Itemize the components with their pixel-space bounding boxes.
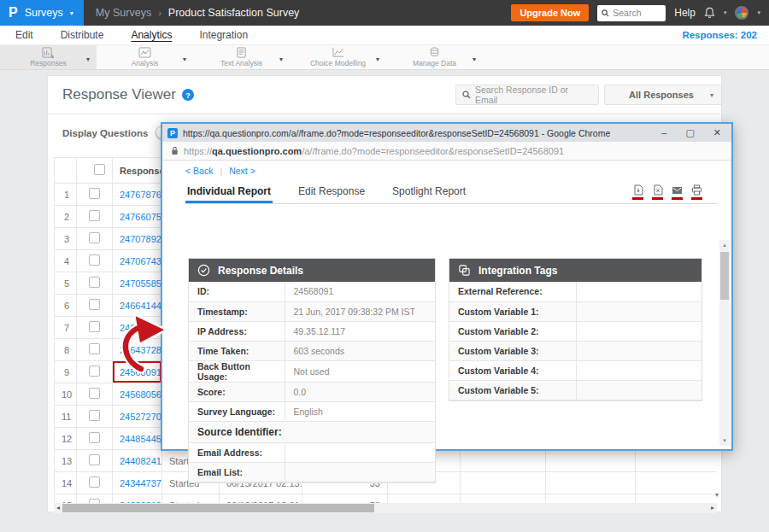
response-id-link[interactable]: 24408241 (120, 456, 161, 466)
tab-edit-response[interactable]: Edit Response (296, 181, 367, 203)
toolbar-group-analysis[interactable]: Analysis ▾ (97, 45, 193, 69)
pdf-export-icon[interactable] (632, 184, 643, 200)
response-detail-row: Email List: (189, 462, 435, 482)
tab-individual-report[interactable]: Individual Report (185, 181, 273, 203)
popup-scrollbar-thumb[interactable] (720, 252, 729, 300)
response-id-column-header[interactable]: Response ID▲ (113, 158, 162, 184)
response-id-link[interactable]: 24485445 (120, 434, 161, 444)
response-detail-value: 21 Jun, 2017 09:38:32 PM IST (285, 301, 435, 321)
response-detail-label: Score: (189, 382, 285, 401)
maximize-button[interactable]: ▢ (685, 128, 694, 137)
row-checkbox[interactable] (89, 454, 100, 465)
select-all-checkbox[interactable] (94, 164, 105, 175)
row-checkbox[interactable] (89, 410, 100, 421)
integration-tag-value (576, 321, 701, 341)
popup-title-bar[interactable]: P https://qa.questionpro.com/a//frame.do… (162, 124, 731, 142)
response-id-link[interactable]: 24625131 (120, 323, 161, 333)
row-checkbox[interactable] (89, 432, 100, 443)
response-id-link[interactable]: 24344737 (120, 478, 161, 488)
toolbar-group-manage-data[interactable]: Manage Data ▾ (386, 45, 483, 69)
global-search-input[interactable]: Search (597, 5, 666, 21)
back-link[interactable]: < Back (185, 166, 213, 176)
upgrade-now-button[interactable]: Upgrade Now (511, 4, 589, 21)
response-id-link[interactable]: 24766075 (120, 212, 161, 222)
response-id-link[interactable]: 24707892 (120, 234, 161, 244)
choice-modelling-dropdown-caret-icon[interactable]: ▾ (376, 56, 379, 63)
toolbar-group-choice-modelling[interactable]: Choice Modelling ▾ (290, 45, 386, 69)
analysis-dropdown-caret-icon[interactable]: ▾ (183, 56, 186, 63)
row-checkbox-cell (77, 250, 113, 272)
product-switcher[interactable]: P Surveys ▾ (0, 0, 84, 26)
response-id-link[interactable]: 24664144 (120, 301, 161, 311)
manage-data-dropdown-caret-icon[interactable]: ▾ (473, 56, 476, 63)
help-link[interactable]: Help (674, 7, 696, 19)
email-report-icon[interactable] (672, 184, 683, 200)
response-id-link[interactable]: 24568056 (120, 389, 161, 400)
horizontal-scrollbar-thumb[interactable] (62, 504, 374, 512)
row-checkbox[interactable] (89, 232, 100, 243)
response-detail-label: Email List: (189, 462, 285, 482)
row-checkbox[interactable] (89, 299, 100, 310)
scroll-left-icon[interactable]: ◂ (54, 503, 62, 513)
tab-spotlight-report[interactable]: Spotlight Report (390, 181, 467, 203)
row-checkbox-cell (77, 295, 113, 317)
toolbar-group-responses[interactable]: Responses ▾ (0, 45, 97, 69)
empty-cell (636, 472, 718, 494)
response-id-link[interactable]: 24643728 (120, 345, 161, 355)
row-checkbox[interactable] (89, 188, 100, 199)
nav-item-edit[interactable]: Edit (15, 29, 33, 41)
popup-vertical-scrollbar[interactable]: ▴ ▾ (719, 240, 730, 446)
row-checkbox[interactable] (89, 277, 100, 288)
text-analysis-dropdown-caret-icon[interactable]: ▾ (279, 56, 283, 63)
responses-dropdown-caret-icon[interactable]: ▾ (86, 56, 90, 63)
vertical-scroll-down-icon[interactable]: ▾ (715, 491, 719, 499)
table-header-cell (55, 158, 77, 184)
response-id-header-label: Response ID (120, 166, 162, 176)
row-checkbox[interactable] (89, 343, 100, 354)
response-id-link[interactable]: 24705585 (120, 278, 161, 289)
notifications-bell-icon[interactable] (704, 7, 715, 19)
row-number: 11 (55, 406, 77, 428)
row-checkbox[interactable] (89, 388, 100, 399)
page-title: Response Viewer (62, 86, 176, 103)
integration-tag-row: External Reference: (449, 282, 701, 301)
close-button[interactable]: ✕ (713, 128, 721, 137)
help-icon[interactable]: ? (182, 89, 194, 101)
row-checkbox[interactable] (89, 321, 100, 332)
response-detail-row: Survey Language:English (189, 401, 435, 421)
scroll-right-icon[interactable]: ▸ (708, 503, 717, 513)
row-number: 4 (55, 250, 77, 272)
row-checkbox[interactable] (89, 210, 100, 221)
chevron-down-icon: ▾ (710, 91, 713, 99)
nav-item-analytics[interactable]: Analytics (131, 29, 172, 41)
row-number: 15 (55, 494, 77, 504)
toolbar-group-text-analysis[interactable]: Text Analysis ▾ (193, 45, 290, 69)
response-id-link[interactable]: 24568091 (120, 367, 161, 377)
top-bar: P Surveys ▾ My Surveys › Product Satisfa… (0, 0, 769, 26)
response-id-link[interactable]: 24706743 (120, 256, 161, 266)
response-search-input[interactable]: Search Response ID or Email (455, 85, 599, 105)
horizontal-scrollbar[interactable]: ◂ ▸ (54, 503, 717, 513)
response-detail-value: 49.35.12.117 (285, 321, 435, 341)
nav-item-integration[interactable]: Integration (199, 29, 248, 41)
print-icon[interactable] (691, 184, 702, 200)
next-link[interactable]: Next > (229, 166, 255, 176)
breadcrumb-my-surveys[interactable]: My Surveys (96, 7, 151, 19)
minimize-button[interactable]: – (661, 128, 666, 137)
excel-export-icon[interactable] (652, 184, 663, 200)
user-avatar[interactable] (735, 6, 748, 20)
table-header-cell (77, 158, 113, 184)
scroll-down-icon[interactable]: ▾ (719, 436, 730, 446)
scroll-up-icon[interactable]: ▴ (719, 240, 730, 250)
nav-item-distribute[interactable]: Distribute (61, 29, 104, 41)
popup-url-bar[interactable]: https://qa.questionpro.com/a//frame.do?m… (162, 142, 731, 161)
response-id-link[interactable]: 24527270 (120, 412, 161, 422)
response-filter-dropdown[interactable]: All Responses ▾ (604, 85, 722, 105)
integration-tag-label: Custom Variable 2: (449, 321, 576, 341)
row-checkbox-cell (77, 339, 113, 361)
chevron-down-icon: ▾ (70, 9, 73, 17)
row-checkbox[interactable] (89, 476, 100, 488)
row-checkbox[interactable] (89, 365, 100, 377)
row-checkbox[interactable] (89, 254, 100, 266)
response-id-link[interactable]: 24767876 (120, 190, 161, 200)
